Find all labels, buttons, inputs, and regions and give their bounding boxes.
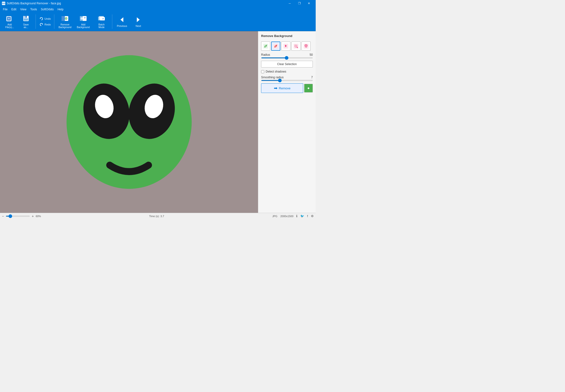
previous-icon (118, 16, 126, 24)
add-files-label: Add File(s)... (5, 23, 14, 28)
remove-button[interactable]: ➡ Remove (261, 83, 303, 93)
zoom-percent: 60% (36, 215, 41, 218)
smoothing-radius-slider[interactable] (261, 80, 313, 81)
batch-mode-icon (98, 15, 105, 22)
menu-softorbits[interactable]: SoftOrbits (39, 7, 56, 12)
svg-rect-6 (25, 16, 25, 17)
undo-label: Undo (45, 17, 51, 20)
file-format: JPG (272, 215, 277, 218)
batch-mode-button[interactable]: Batch Mode (93, 13, 110, 30)
next-button[interactable]: Next (131, 13, 146, 30)
keep-brush-tool[interactable] (261, 42, 270, 51)
menu-file[interactable]: File (1, 7, 9, 12)
save-as-button[interactable]: Save as... (18, 13, 34, 30)
status-center: Time (s): 3.7 (149, 215, 164, 218)
detect-shadows-label[interactable]: Detect shadows (266, 70, 286, 73)
undo-button[interactable]: Undo (38, 16, 52, 21)
settings-button[interactable]: ⚙ (311, 214, 314, 218)
add-background-label: Add Background (77, 23, 90, 28)
svg-text:+: + (8, 17, 10, 20)
window-title: SoftOrbits Background Remover - face.jpg (7, 2, 61, 5)
panel-title: Remove Background (261, 34, 313, 38)
next-label: Next (136, 25, 141, 27)
time-label: Time (s): (149, 215, 159, 218)
image-dimensions: 2000x1500 (280, 215, 293, 218)
info-button[interactable]: ℹ (296, 214, 297, 218)
add-files-button[interactable]: + Add File(s)... (2, 13, 17, 30)
twitter-button[interactable]: 🐦 (300, 214, 304, 218)
menu-help[interactable]: Help (56, 7, 65, 12)
svg-point-37 (306, 45, 307, 46)
close-button[interactable]: ✕ (304, 0, 314, 7)
svg-point-30 (265, 46, 266, 47)
radius-slider[interactable] (261, 57, 313, 58)
previous-label: Previous (117, 25, 127, 27)
status-left: − + 60% (2, 214, 41, 218)
smoothing-radius-row: Smoothing radius 7 (261, 76, 313, 81)
redo-label: Redo (45, 23, 51, 26)
menu-view[interactable]: View (18, 7, 28, 12)
add-background-button[interactable]: Add Background (74, 13, 92, 30)
redo-button[interactable]: Redo (38, 22, 52, 27)
remove-row: ➡ Remove ● (261, 83, 313, 93)
image-canvas (0, 31, 258, 213)
clear-selection-button[interactable]: Clear Selection (261, 61, 313, 68)
svg-marker-21 (120, 17, 123, 22)
save-as-icon (22, 15, 30, 22)
main-content: Remove Background (0, 31, 316, 213)
time-value: 3.7 (160, 215, 164, 218)
restore-button[interactable]: ❐ (295, 0, 304, 7)
app-icon: SO (2, 2, 5, 5)
remove-background-button[interactable]: Remove Background (56, 13, 74, 30)
svg-rect-10 (61, 16, 65, 21)
menu-bar: File Edit View Tools SoftOrbits Help (0, 7, 316, 12)
facebook-button[interactable]: f (307, 214, 308, 218)
remove-preview-button[interactable]: ● (304, 84, 313, 93)
toolbar: + Add File(s)... Save as... Undo (0, 12, 316, 31)
next-icon (134, 16, 142, 24)
minimize-button[interactable]: ─ (285, 0, 295, 7)
svg-point-15 (81, 17, 83, 20)
svg-marker-22 (137, 17, 140, 22)
tool-buttons (261, 42, 313, 51)
remove-background-icon (61, 15, 69, 22)
add-files-icon: + (6, 15, 14, 22)
menu-edit[interactable]: Edit (9, 7, 18, 12)
save-as-label: Save as... (23, 23, 29, 28)
remove-background-label: Remove Background (59, 23, 71, 28)
previous-button[interactable]: Previous (114, 13, 130, 30)
svg-rect-20 (100, 17, 105, 20)
title-bar: SO SoftOrbits Background Remover - face.… (0, 0, 316, 7)
remove-label: Remove (279, 86, 290, 90)
right-panel: Remove Background (258, 31, 316, 213)
window-controls: ─ ❐ ✕ (285, 0, 314, 7)
svg-rect-4 (24, 16, 27, 18)
status-bar: − + 60% Time (s): 3.7 JPG 2000x1500 ℹ 🐦 … (0, 213, 316, 219)
status-right: JPG 2000x1500 ℹ 🐦 f ⚙ (272, 214, 314, 218)
color-selector-tool[interactable] (301, 42, 311, 51)
svg-point-32 (275, 46, 276, 47)
zoom-out-button[interactable]: − (2, 214, 4, 218)
zoom-slider[interactable] (6, 216, 30, 217)
detect-shadows-checkbox[interactable] (261, 70, 264, 73)
svg-rect-5 (24, 18, 28, 21)
remove-preview-icon: ● (307, 86, 310, 90)
batch-mode-label: Batch Mode (99, 23, 105, 28)
add-background-icon (79, 15, 87, 22)
remove-arrow-icon: ➡ (274, 85, 277, 91)
zoom-in-button[interactable]: + (32, 214, 34, 218)
lasso-tool[interactable] (291, 42, 300, 51)
radius-slider-row: Radius 50 (261, 53, 313, 58)
canvas-area[interactable] (0, 31, 258, 213)
remove-brush-tool[interactable] (271, 42, 280, 51)
magic-erase-tool[interactable] (281, 42, 290, 51)
undo-redo-group: Undo Redo (38, 16, 52, 27)
menu-tools[interactable]: Tools (28, 7, 39, 12)
detect-shadows-row: Detect shadows (261, 70, 313, 73)
